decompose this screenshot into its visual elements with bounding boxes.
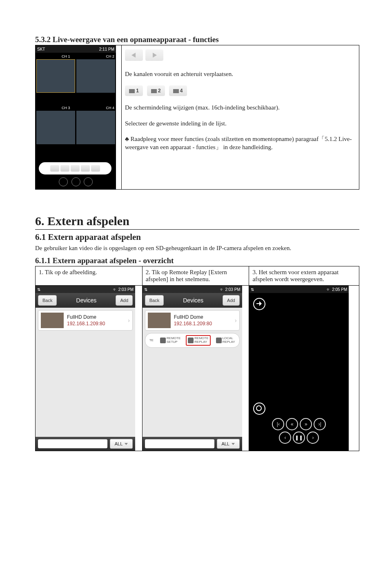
wifi-icon: ᯤ [327,287,331,292]
skip-start-icon[interactable]: |‹ [272,418,284,430]
layout-1-icon: 1 [125,85,143,96]
status-time: 2:03 PM [118,287,134,292]
status-time: 2:11 PM [99,47,114,51]
device-ip: 192.168.1.209:80 [174,320,232,327]
add-button[interactable]: Add [223,295,240,306]
remote-setup-icon [160,338,166,343]
screenshot-devices-2: ⇅ᯤ 2:03 PM Back Devices Add FullHD Dome … [143,286,242,451]
forward-icon[interactable]: » [300,418,312,430]
layout-2-icon: 2 [147,85,165,96]
quick-remote-setup[interactable]: REMOTE SETUP [159,335,182,346]
header-title: Devices [57,297,116,304]
screenshot-live-4ch: SKT 2:11 PM CH 1 CH 2 CH 3 CH 4 [36,45,116,189]
device-thumbnail[interactable] [41,313,64,328]
nav-buttons-graphic [125,49,356,63]
heading-6-1: 6.1 Extern apparaat afspelen [35,232,359,242]
desc-channels: De kanalen vooruit en achteruit verplaat… [125,70,356,78]
wifi-icon: ᯤ [220,287,224,292]
screenshot-devices-1: ⇅ᯤ 2:03 PM Back Devices Add FullHD Dome … [36,286,135,451]
back-button[interactable]: Back [38,295,57,306]
prev-channel-icon [125,49,143,61]
channel-4-tile[interactable] [76,111,115,144]
channel-3-label: CH 3 [62,106,70,110]
usb-icon: ⇅ [251,287,254,292]
usb-icon: ⇅ [144,287,147,292]
table-6-1-1: 1. Tik op de afbeelding. 2. Tik op Remot… [35,266,359,451]
heading-5-3-2: 5.3.2 Live-weergave van een opnameappara… [35,35,359,44]
snapshot-icon[interactable] [71,177,80,186]
status-time: 2:05 PM [332,287,347,292]
pause-icon[interactable] [84,177,93,186]
device-ip: 192.168.1.209:80 [67,320,125,327]
desc-reference: ♣ Raadpleeg voor meer functies (zoals st… [125,135,356,152]
device-name: FullHD Dome [174,314,232,320]
channel-2-tile[interactable] [76,59,115,93]
channel-4-label: CH 4 [106,106,114,110]
carrier-label: SKT [37,47,45,51]
search-input[interactable] [38,439,107,448]
table-5-3-2: SKT 2:11 PM CH 1 CH 2 CH 3 CH 4 De kanal… [35,45,359,190]
quick-menu: TE REMOTE SETUP REMOTE REPLAY LOCAL REPL… [145,333,240,348]
filter-all-dropdown[interactable]: ALL [110,439,133,449]
skip-end-icon[interactable]: ›| [314,418,326,430]
playback-controls: |‹ « » ›| ‹ ❚❚ › [249,417,349,445]
bottom-controls [36,177,116,188]
layout-buttons-graphic: 1 2 4 [125,85,356,96]
step-back-icon[interactable]: ‹ [279,432,291,444]
device-thumbnail[interactable] [148,313,171,328]
channel-1-tile[interactable] [36,59,75,93]
channel-3-tile[interactable] [36,111,75,144]
local-replay-icon [216,338,222,343]
layout-4-icon: 4 [169,85,187,96]
heading-6: 6. Extern afspelen [35,214,359,230]
filter-all-dropdown[interactable]: ALL [217,439,240,449]
header-title: Devices [164,297,223,304]
record-icon[interactable] [59,177,68,186]
next-channel-icon [145,49,163,61]
quick-local-replay[interactable]: LOCAL REPLAY [215,335,236,346]
step-2-caption: 2. Tik op Remote Replay [Extern afspelen… [142,266,249,286]
pause-icon[interactable]: ❚❚ [293,432,305,444]
remote-replay-icon [188,338,194,343]
back-button[interactable]: Back [145,295,164,306]
search-icon[interactable] [253,403,265,415]
status-time: 2:03 PM [225,287,240,292]
screenshot-player: ⇅ᯤ 2:05 PM |‹ « » ›| ‹ ❚❚ › [249,286,349,451]
device-row[interactable]: FullHD Dome 192.168.1.209:80 › [145,310,240,331]
step-fwd-icon[interactable]: › [307,432,319,444]
desc-layout-1: De schermindeling wijzigen (max. 16ch-in… [125,103,356,112]
step-1-caption: 1. Tik op de afbeelding. [36,266,143,286]
usb-icon: ⇅ [37,287,40,292]
rewind-icon[interactable]: « [286,418,298,430]
channel-1-label: CH 1 [62,54,70,58]
wifi-icon: ᯤ [113,287,117,292]
device-name: FullHD Dome [67,314,125,320]
layout-toolbar[interactable] [39,162,111,174]
search-input[interactable] [145,439,214,448]
quick-remote-replay[interactable]: REMOTE REPLAY [186,335,210,346]
channel-2-label: CH 2 [106,54,114,58]
chevron-right-icon[interactable]: › [235,317,237,324]
device-row[interactable]: FullHD Dome 192.168.1.209:80 › [38,310,133,331]
exit-button[interactable] [253,298,265,310]
quick-delete[interactable]: TE [148,335,155,346]
chevron-right-icon[interactable]: › [128,317,130,324]
heading-6-1-1: 6.1.1 Extern apparaat afspelen - overzic… [35,256,359,265]
add-button[interactable]: Add [116,295,133,306]
step-3-caption: 3. Het scherm voor extern apparaat afspe… [249,266,359,286]
desc-layout-2: Selecteer de gewenste indeling in de lij… [125,119,356,127]
body-6-1: De gebruiker kan video die is opgeslagen… [35,244,359,252]
